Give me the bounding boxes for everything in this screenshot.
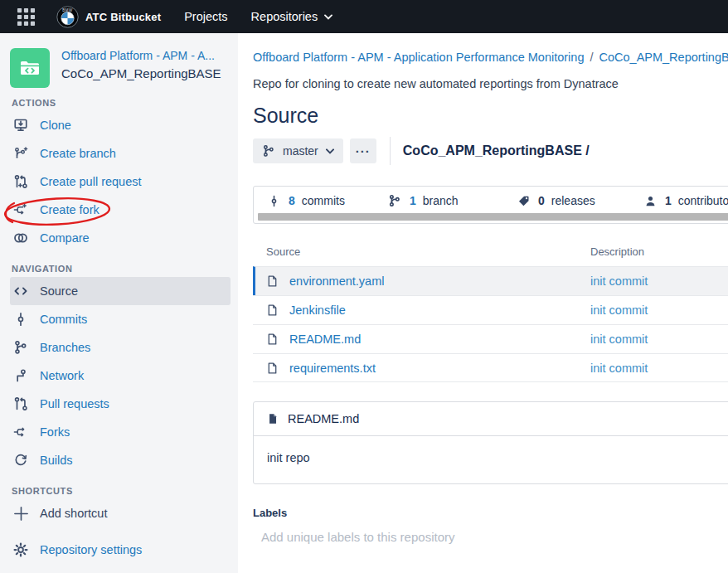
commit-icon <box>265 195 282 207</box>
nav-repositories[interactable]: Repositories <box>251 10 333 23</box>
current-path[interactable]: CoCo_APM_ReportingBASE / <box>403 143 590 158</box>
repo-folder-code-icon <box>17 56 42 80</box>
tag-icon <box>515 195 531 207</box>
breadcrumb-separator: / <box>590 51 593 64</box>
action-compare[interactable]: Compare <box>10 224 231 252</box>
bitbucket-repo-page: BMW ATC Bitbucket Projects Repositories <box>0 0 728 573</box>
file-icon <box>266 303 279 317</box>
repository-settings-button[interactable]: Repository settings <box>10 536 231 564</box>
file-icon <box>266 333 279 346</box>
readme-body: init repo <box>254 436 728 483</box>
file-link[interactable]: requirements.txt <box>289 362 376 375</box>
gear-icon <box>12 542 29 557</box>
builds-icon <box>12 453 29 468</box>
branch-icon <box>386 194 403 207</box>
pull-request-icon <box>12 396 29 411</box>
repo-stats-panel: 8 commits 1 branch <box>253 186 728 224</box>
action-create-pull-request[interactable]: Create pull request <box>10 168 231 196</box>
commit-message-link[interactable]: init commit <box>590 274 648 288</box>
repository-settings-label: Repository settings <box>40 543 142 556</box>
app-title: ATC Bitbucket <box>85 11 161 23</box>
horizontal-scrollbar-thumb[interactable] <box>258 213 728 221</box>
file-row: requirements.txt init commit <box>253 353 728 382</box>
file-link[interactable]: README.md <box>289 333 361 346</box>
stat-releases-label: releases <box>551 194 595 207</box>
compare-icon <box>12 231 29 245</box>
nav-projects[interactable]: Projects <box>184 10 227 23</box>
file-table: Source Description environment.yaml init… <box>253 242 728 382</box>
stat-commits-label: commits <box>302 194 345 207</box>
more-actions-button[interactable]: ··· <box>350 138 376 163</box>
sidebar-item-source[interactable]: Source <box>10 277 231 305</box>
sidebar-item-forks-label: Forks <box>40 425 70 439</box>
add-shortcut-button[interactable]: Add shortcut <box>10 499 231 527</box>
action-create-branch-label: Create branch <box>40 147 116 160</box>
action-clone[interactable]: Clone <box>10 111 231 139</box>
action-clone-label: Clone <box>40 119 71 132</box>
toolbar-divider <box>390 137 391 165</box>
breadcrumb: Offboard Platform - APM - Application Pe… <box>253 51 728 64</box>
network-icon <box>12 368 29 383</box>
page-title: Source <box>253 104 728 128</box>
readme-header: README.md <box>254 402 728 436</box>
commit-message-link[interactable]: init commit <box>590 333 648 346</box>
sidebar-item-forks[interactable]: Forks <box>10 418 231 446</box>
file-link[interactable]: Jenkinsfile <box>289 303 346 317</box>
stat-branches-value: 1 <box>410 194 416 207</box>
stat-releases[interactable]: 0 releases <box>515 194 595 207</box>
shortcuts-section-title: SHORTCUTS <box>12 486 231 496</box>
sidebar-project-link[interactable]: Offboard Platform - APM - A... <box>61 48 221 64</box>
sidebar-item-pull-requests-label: Pull requests <box>40 397 109 410</box>
branch-icon <box>12 340 29 355</box>
action-create-branch[interactable]: Create branch <box>10 139 231 168</box>
app-switcher-button[interactable] <box>17 7 36 27</box>
column-header-source: Source <box>266 245 590 258</box>
stat-commits[interactable]: 8 commits <box>265 194 345 207</box>
clone-icon <box>12 118 29 133</box>
file-row: Jenkinsfile init commit <box>253 295 728 324</box>
readme-title[interactable]: README.md <box>288 412 359 425</box>
grid-icon <box>17 7 36 27</box>
stat-branches[interactable]: 1 branch <box>386 194 459 207</box>
section-divider <box>10 527 231 536</box>
repository-sidebar: Offboard Platform - APM - A... CoCo_APM_… <box>0 33 238 573</box>
stat-branches-label: branch <box>423 194 459 207</box>
top-navigation-bar: BMW ATC Bitbucket Projects Repositories <box>0 0 728 33</box>
commit-message-link[interactable]: init commit <box>590 362 648 375</box>
bmw-logo-icon: BMW <box>56 6 79 28</box>
sidebar-item-builds[interactable]: Builds <box>10 446 231 474</box>
action-create-fork[interactable]: Create fork <box>10 196 231 224</box>
breadcrumb-repo-link[interactable]: CoCo_APM_ReportingBASE <box>599 51 728 64</box>
stat-contributors-value: 1 <box>665 194 672 207</box>
add-shortcut-label: Add shortcut <box>40 507 107 520</box>
breadcrumb-project-link[interactable]: Offboard Platform - APM - Application Pe… <box>253 51 584 64</box>
plus-icon <box>12 506 29 522</box>
sidebar-item-pull-requests[interactable]: Pull requests <box>10 390 231 418</box>
sidebar-item-network[interactable]: Network <box>10 362 231 390</box>
create-pull-request-icon <box>12 174 29 189</box>
column-header-description: Description <box>590 245 644 258</box>
sidebar-item-commits[interactable]: Commits <box>10 305 231 333</box>
fork-icon <box>12 425 29 439</box>
file-row: README.md init commit <box>253 324 728 353</box>
commit-message-link[interactable]: init commit <box>590 303 648 317</box>
readme-panel: README.md init repo <box>253 401 728 484</box>
nav-repositories-label: Repositories <box>251 10 318 23</box>
repo-titles: Offboard Platform - APM - A... CoCo_APM_… <box>61 48 221 88</box>
repo-avatar[interactable] <box>10 48 50 88</box>
file-link[interactable]: environment.yaml <box>289 274 384 288</box>
file-row: environment.yaml init commit <box>253 266 728 295</box>
stat-contributors-label: contributor <box>678 194 728 207</box>
branch-selector-button[interactable]: master <box>253 138 343 163</box>
branch-selector-value: master <box>283 144 318 158</box>
sidebar-item-branches[interactable]: Branches <box>10 333 231 362</box>
stat-contributors[interactable]: 1 contributor <box>642 194 728 207</box>
labels-section: Labels Add unique labels to this reposit… <box>253 507 728 544</box>
action-create-fork-label: Create fork <box>40 203 99 216</box>
file-icon <box>266 274 279 288</box>
home-link[interactable]: BMW ATC Bitbucket <box>56 6 161 28</box>
sidebar-repo-name[interactable]: CoCo_APM_ReportingBASE <box>61 66 221 80</box>
actions-section-title: ACTIONS <box>12 98 231 108</box>
stat-commits-value: 8 <box>289 194 295 207</box>
labels-input[interactable]: Add unique labels to this repository <box>261 530 728 544</box>
